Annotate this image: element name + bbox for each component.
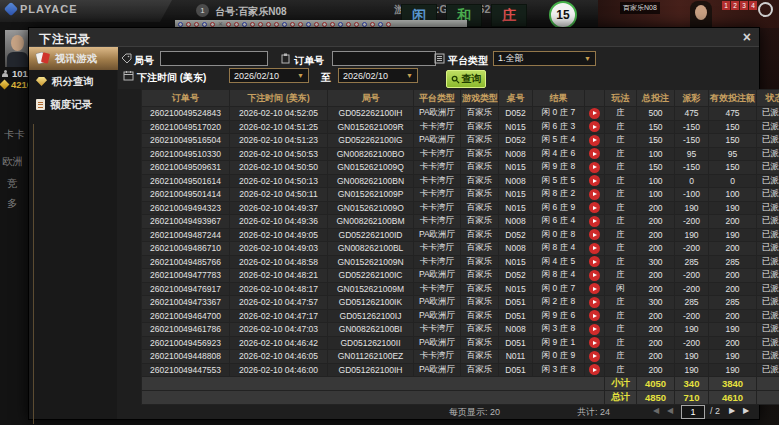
brand-logo: PLAYACE <box>6 3 78 15</box>
sidebar-item-diamond[interactable]: 积分查询 <box>29 70 117 93</box>
table-row: 2602100494569232026-02-10 04:46:42GD0512… <box>142 336 779 350</box>
cell-play: 庄 <box>605 147 637 161</box>
sidebar-item-doc[interactable]: 额度记录 <box>29 93 117 116</box>
cell-result: 闲 0 庄 7 <box>533 282 585 296</box>
cell-result: 闲 4 庄 6 <box>533 147 585 161</box>
power-icon[interactable] <box>758 2 773 17</box>
modal-sidebar: 视讯游戏积分查询额度记录 <box>29 47 117 419</box>
cell-result: 闲 8 庄 2 <box>533 188 585 202</box>
calendar-icon <box>123 70 134 81</box>
round-filter-label: 局号 <box>134 54 154 68</box>
cell-table: N008 <box>499 215 533 229</box>
close-icon[interactable]: × <box>743 29 751 46</box>
cell-play: 庄 <box>605 309 637 323</box>
lobby-item-fragment[interactable]: 卡卡 <box>4 128 26 142</box>
cell-result: 闲 5 庄 5 <box>533 174 585 188</box>
table-row: 2602100494872442026-02-10 04:49:05GD0522… <box>142 228 779 242</box>
cell-payout: -200 <box>675 336 709 350</box>
round-filter-input[interactable] <box>160 51 268 66</box>
cell-time: 2026-02-10 04:51:23 <box>230 134 328 148</box>
prev-page-button[interactable]: ◀ <box>667 406 673 415</box>
replay-icon[interactable] <box>589 108 600 119</box>
replay-icon[interactable] <box>589 135 600 146</box>
lobby-item-fragment[interactable]: 竞 <box>7 177 25 191</box>
replay-icon[interactable] <box>589 337 600 348</box>
date-from-select[interactable]: 2026/02/10 ▼ <box>229 68 309 83</box>
cell-platform: PA欧洲厅 <box>414 107 461 121</box>
cell-valid: 200 <box>709 242 757 256</box>
lobby-item-fragment[interactable]: 欧洲 <box>2 155 26 169</box>
replay-icon[interactable] <box>589 162 600 173</box>
pagination-bar: 每页显示: 20 共计: 24 ◀ ◀ / 2 ▶ ▶ <box>29 404 759 419</box>
cell-status: 已派彩 <box>757 107 779 121</box>
order-filter-input[interactable] <box>332 51 436 66</box>
cell-table: N008 <box>499 174 533 188</box>
platform-select[interactable]: 1.全部 ▼ <box>493 51 596 66</box>
replay-icon[interactable] <box>589 148 600 159</box>
cell-result: 闲 8 庄 4 <box>533 269 585 283</box>
cell-payout: -200 <box>675 215 709 229</box>
replay-icon[interactable] <box>589 324 600 335</box>
dealer-video: 百家乐N08 1234 <box>598 0 779 28</box>
replay-icon[interactable] <box>589 229 600 240</box>
replay-icon[interactable] <box>589 175 600 186</box>
sidebar-item-cards[interactable]: 视讯游戏 <box>29 47 124 70</box>
cell-replay <box>585 309 605 323</box>
replay-icon[interactable] <box>589 256 600 267</box>
cell-payout: 190 <box>675 201 709 215</box>
cell-order: 260210049485766 <box>142 255 230 269</box>
cell-time: 2026-02-10 04:49:05 <box>230 228 328 242</box>
replay-icon[interactable] <box>589 202 600 213</box>
gold-diamond-icon <box>0 80 9 90</box>
bet-button-3[interactable]: 庄 <box>491 4 527 27</box>
cell-game: 百家乐 <box>461 107 499 121</box>
lobby-item-fragment[interactable]: 多 <box>7 197 25 211</box>
filter-bar: 局号 订单号 平台类型 1.全部 ▼ 下注时间 (美东) 2026/0 <box>118 47 759 89</box>
cell-replay <box>585 363 605 377</box>
replay-icon[interactable] <box>589 189 600 200</box>
first-page-button[interactable]: ◀ <box>653 406 659 415</box>
cell-valid: 190 <box>709 350 757 364</box>
replay-icon[interactable] <box>589 216 600 227</box>
cell-order: 260210049456923 <box>142 336 230 350</box>
cell-platform: 卡卡湾厅 <box>414 215 461 229</box>
cell-play: 庄 <box>605 188 637 202</box>
replay-icon[interactable] <box>589 297 600 308</box>
table-row: 2602100495103302026-02-10 04:50:53GN0082… <box>142 147 779 161</box>
cell-replay <box>585 336 605 350</box>
cell-payout: 190 <box>675 228 709 242</box>
replay-icon[interactable] <box>589 364 600 375</box>
cell-play: 庄 <box>605 134 637 148</box>
replay-icon[interactable] <box>589 310 600 321</box>
chevron-down-icon: ▼ <box>406 72 413 79</box>
cell-round: GN0152621009P <box>328 188 414 202</box>
replay-icon[interactable] <box>589 243 600 254</box>
cell-valid: 200 <box>709 309 757 323</box>
cell-table: D052 <box>499 269 533 283</box>
next-page-button[interactable]: ▶ <box>729 406 735 415</box>
cell-result: 闲 6 庄 4 <box>533 215 585 229</box>
cell-table: N015 <box>499 188 533 202</box>
cell-result: 闲 0 庄 7 <box>533 107 585 121</box>
grand-total-row: 总计48507104610 <box>142 391 779 405</box>
bet-records-modal: 下注记录 × 视讯游戏积分查询额度记录 局号 订单号 平台类型 1.全部 ▼ <box>28 27 760 420</box>
cell-play: 闲 <box>605 282 637 296</box>
cell-time: 2026-02-10 04:49:03 <box>230 242 328 256</box>
cell-status: 已派彩 <box>757 120 779 134</box>
replay-icon[interactable] <box>589 283 600 294</box>
replay-icon[interactable] <box>589 270 600 281</box>
cell-valid: 190 <box>709 228 757 242</box>
replay-icon[interactable] <box>589 121 600 132</box>
cell-order: 260210049510330 <box>142 147 230 161</box>
date-to-select[interactable]: 2026/02/10 ▼ <box>338 68 418 83</box>
cell-result: 闲 0 庄 9 <box>533 350 585 364</box>
page-number-input[interactable] <box>681 405 705 419</box>
search-button[interactable]: 查询 <box>446 70 486 88</box>
last-page-button[interactable]: ▶ <box>743 406 749 415</box>
replay-icon[interactable] <box>589 351 600 362</box>
cell-time: 2026-02-10 04:49:37 <box>230 201 328 215</box>
cell-result: 闲 5 庄 4 <box>533 134 585 148</box>
cell-round: GN0152621009O <box>328 201 414 215</box>
cell-status: 已派彩 <box>757 161 779 175</box>
platform-filter-label: 平台类型 <box>448 54 488 68</box>
